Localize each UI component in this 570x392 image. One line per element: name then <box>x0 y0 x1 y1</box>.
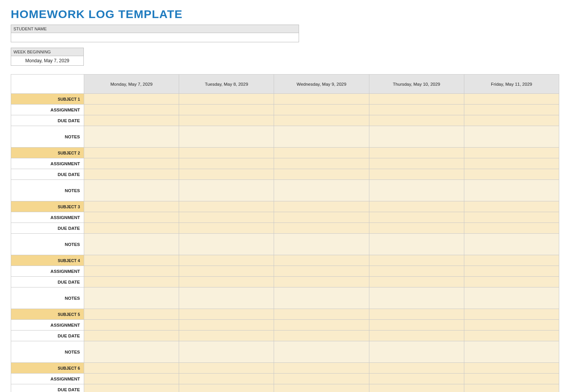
cell-due_date[interactable] <box>369 115 464 126</box>
cell-notes[interactable] <box>464 287 559 309</box>
cell-subject[interactable] <box>84 148 179 158</box>
cell-assignment[interactable] <box>464 374 559 384</box>
cell-subject[interactable] <box>464 309 559 320</box>
cell-due_date[interactable] <box>179 277 274 287</box>
cell-assignment[interactable] <box>274 212 369 223</box>
cell-assignment[interactable] <box>274 374 369 384</box>
cell-due_date[interactable] <box>274 277 369 287</box>
cell-assignment[interactable] <box>369 105 464 115</box>
cell-assignment[interactable] <box>179 320 274 331</box>
week-beginning-input[interactable]: Monday, May 7, 2029 <box>11 56 84 66</box>
cell-assignment[interactable] <box>179 266 274 277</box>
cell-notes[interactable] <box>84 234 179 255</box>
cell-due_date[interactable] <box>369 384 464 392</box>
cell-subject[interactable] <box>464 148 559 158</box>
cell-subject[interactable] <box>369 255 464 266</box>
cell-subject[interactable] <box>464 363 559 374</box>
cell-due_date[interactable] <box>179 331 274 341</box>
cell-subject[interactable] <box>179 363 274 374</box>
cell-notes[interactable] <box>464 234 559 255</box>
cell-notes[interactable] <box>274 287 369 309</box>
cell-notes[interactable] <box>274 126 369 148</box>
cell-subject[interactable] <box>274 363 369 374</box>
cell-due_date[interactable] <box>464 169 559 180</box>
cell-due_date[interactable] <box>369 277 464 287</box>
cell-subject[interactable] <box>179 201 274 212</box>
cell-subject[interactable] <box>274 201 369 212</box>
cell-assignment[interactable] <box>464 320 559 331</box>
cell-subject[interactable] <box>464 201 559 212</box>
cell-due_date[interactable] <box>179 223 274 234</box>
cell-subject[interactable] <box>84 309 179 320</box>
cell-assignment[interactable] <box>369 158 464 169</box>
cell-notes[interactable] <box>179 287 274 309</box>
cell-notes[interactable] <box>274 180 369 201</box>
cell-due_date[interactable] <box>464 384 559 392</box>
cell-assignment[interactable] <box>464 105 559 115</box>
cell-notes[interactable] <box>369 234 464 255</box>
cell-notes[interactable] <box>179 126 274 148</box>
cell-subject[interactable] <box>369 201 464 212</box>
cell-assignment[interactable] <box>84 374 179 384</box>
cell-due_date[interactable] <box>274 384 369 392</box>
cell-assignment[interactable] <box>179 158 274 169</box>
cell-notes[interactable] <box>84 341 179 363</box>
cell-assignment[interactable] <box>464 158 559 169</box>
cell-due_date[interactable] <box>464 277 559 287</box>
cell-assignment[interactable] <box>84 266 179 277</box>
cell-due_date[interactable] <box>179 384 274 392</box>
cell-notes[interactable] <box>464 180 559 201</box>
cell-assignment[interactable] <box>274 266 369 277</box>
cell-notes[interactable] <box>84 180 179 201</box>
cell-notes[interactable] <box>84 287 179 309</box>
cell-subject[interactable] <box>369 309 464 320</box>
cell-assignment[interactable] <box>369 212 464 223</box>
student-name-input[interactable] <box>11 33 299 42</box>
cell-subject[interactable] <box>369 363 464 374</box>
cell-subject[interactable] <box>179 94 274 105</box>
cell-due_date[interactable] <box>84 115 179 126</box>
cell-due_date[interactable] <box>274 223 369 234</box>
cell-assignment[interactable] <box>179 212 274 223</box>
cell-subject[interactable] <box>84 201 179 212</box>
cell-assignment[interactable] <box>369 266 464 277</box>
cell-notes[interactable] <box>369 180 464 201</box>
cell-subject[interactable] <box>274 148 369 158</box>
cell-subject[interactable] <box>369 94 464 105</box>
cell-subject[interactable] <box>464 255 559 266</box>
cell-notes[interactable] <box>179 234 274 255</box>
cell-assignment[interactable] <box>369 320 464 331</box>
cell-notes[interactable] <box>274 234 369 255</box>
cell-due_date[interactable] <box>84 384 179 392</box>
cell-assignment[interactable] <box>274 158 369 169</box>
cell-due_date[interactable] <box>84 277 179 287</box>
cell-subject[interactable] <box>84 94 179 105</box>
cell-assignment[interactable] <box>274 320 369 331</box>
cell-due_date[interactable] <box>464 331 559 341</box>
cell-subject[interactable] <box>274 94 369 105</box>
cell-due_date[interactable] <box>369 331 464 341</box>
cell-due_date[interactable] <box>369 223 464 234</box>
cell-assignment[interactable] <box>84 212 179 223</box>
cell-subject[interactable] <box>369 148 464 158</box>
cell-due_date[interactable] <box>274 331 369 341</box>
cell-due_date[interactable] <box>369 169 464 180</box>
cell-due_date[interactable] <box>179 169 274 180</box>
cell-assignment[interactable] <box>84 158 179 169</box>
cell-assignment[interactable] <box>274 105 369 115</box>
cell-due_date[interactable] <box>274 115 369 126</box>
cell-notes[interactable] <box>464 341 559 363</box>
cell-notes[interactable] <box>179 341 274 363</box>
cell-notes[interactable] <box>84 126 179 148</box>
cell-subject[interactable] <box>179 148 274 158</box>
cell-subject[interactable] <box>179 309 274 320</box>
cell-notes[interactable] <box>179 180 274 201</box>
cell-due_date[interactable] <box>464 115 559 126</box>
cell-due_date[interactable] <box>274 169 369 180</box>
cell-notes[interactable] <box>274 341 369 363</box>
cell-subject[interactable] <box>84 255 179 266</box>
cell-due_date[interactable] <box>179 115 274 126</box>
cell-assignment[interactable] <box>464 212 559 223</box>
cell-assignment[interactable] <box>84 320 179 331</box>
cell-due_date[interactable] <box>84 331 179 341</box>
